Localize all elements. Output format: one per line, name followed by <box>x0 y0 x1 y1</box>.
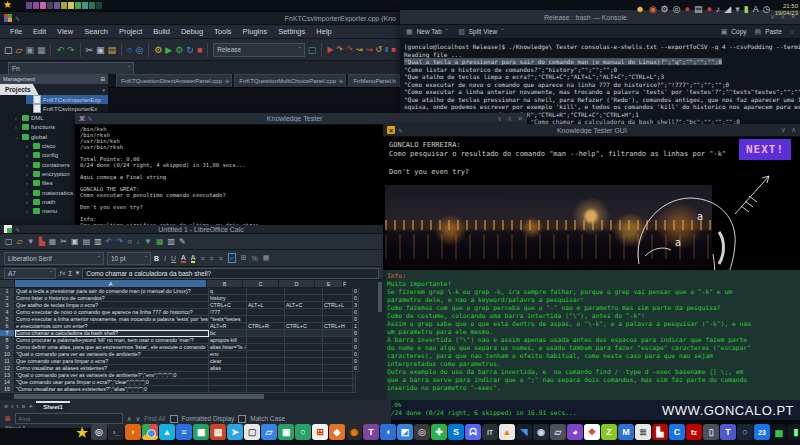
cell-f5[interactable]: 0 <box>353 316 359 323</box>
row-header-13[interactable]: 13 <box>0 372 15 379</box>
align-center-button[interactable]: ≡ <box>210 255 214 262</box>
menu-help[interactable]: Help <box>316 27 331 36</box>
redo-icon[interactable]: ↷ <box>67 45 75 55</box>
clone-formatting-icon[interactable]: ▥ <box>94 237 102 246</box>
font-color-button[interactable]: A <box>181 254 186 263</box>
close-tab-icon[interactable]: ⊗ <box>225 78 229 84</box>
cell-c6[interactable]: CTRL+R <box>247 323 285 330</box>
row-header-3[interactable]: 3 <box>0 302 15 309</box>
collapse-icon[interactable]: ⊟ <box>100 76 105 82</box>
record-tray-icon[interactable]: ● <box>706 5 711 14</box>
pin-icon[interactable]: ✎ <box>398 127 403 134</box>
cell-d14[interactable] <box>285 379 323 386</box>
column-header-e[interactable]: E <box>315 280 343 288</box>
menu-project[interactable]: Project <box>119 27 142 36</box>
cell-c13[interactable] <box>247 372 285 379</box>
calendar-icon[interactable]: 23 <box>754 424 770 440</box>
cell-c15[interactable] <box>247 386 285 393</box>
formatted-display-checkbox[interactable] <box>170 415 178 423</box>
cell-d10[interactable] <box>285 351 323 358</box>
restart-icon[interactable]: ↺ <box>375 45 382 54</box>
zorin-icon[interactable]: Z <box>601 424 617 440</box>
disc-burner-icon[interactable]: ◎ <box>414 424 430 440</box>
cell-b5[interactable]: ^tests^testes <box>209 316 247 323</box>
cell-c3[interactable]: ALT+L <box>247 302 285 309</box>
cell-a9[interactable]: Como definir uma alias, para que ao escr… <box>15 344 209 351</box>
cell-d12[interactable] <box>285 365 323 372</box>
search-icon[interactable]: ○ <box>790 28 794 35</box>
freeze-rows-icon[interactable]: ▥ <box>167 237 175 246</box>
paste-icon[interactable]: ▤ <box>108 45 117 55</box>
cell-d5[interactable] <box>285 316 323 323</box>
close-find-icon[interactable]: ⊗ <box>4 414 11 423</box>
column-header-b[interactable]: B <box>207 280 243 288</box>
align-right-button[interactable]: ≡ <box>219 255 223 262</box>
adobe-reader-icon[interactable]: ▙ <box>652 424 668 440</box>
merge-cells-button[interactable]: ⊞ <box>241 254 247 262</box>
cell-b3[interactable]: CTRL+C <box>209 302 247 309</box>
cell-d4[interactable] <box>285 309 323 316</box>
cube-3d-icon[interactable]: ◩ <box>397 424 413 440</box>
build-and-run-icon[interactable]: ⚙ <box>175 45 183 55</box>
microsoft-icon[interactable]: ⊞ <box>312 424 328 440</box>
firefox-icon[interactable]: ◗ <box>125 424 141 440</box>
tree-item-fnktcsvimporterexp[interactable]: FnKTCsvImporterExp <box>26 95 108 104</box>
menu-build[interactable]: Build <box>153 27 170 36</box>
cell-b6[interactable]: ALT+R <box>209 323 247 330</box>
row-header-6[interactable]: 6 <box>0 323 15 330</box>
build-config-combo[interactable]: Releaseˇ <box>213 43 304 57</box>
cell-a7[interactable]: Como chamar a calculadora da bash shell? <box>15 330 209 337</box>
cell-d8[interactable] <box>285 337 323 344</box>
globe-icon[interactable]: ○ <box>737 424 753 440</box>
rebuild-icon[interactable]: ↻ <box>186 45 194 55</box>
debug-run-icon[interactable]: ▶ <box>327 45 333 54</box>
cell-e13[interactable] <box>323 372 353 379</box>
expand-arrow-icon[interactable]: › <box>26 180 31 186</box>
steam-icon[interactable]: ◉ <box>533 424 549 440</box>
find-next-icon[interactable]: ∨ <box>135 415 140 423</box>
cell-a14[interactable]: "Que comando usar para limpar o ecra?";"… <box>15 379 209 386</box>
bold-button[interactable]: B <box>154 255 159 262</box>
cell-a12[interactable]: Como visualizar as aliases existentes? <box>15 365 209 372</box>
cell-b7[interactable]: bc <box>209 330 247 337</box>
terminal-app-icon[interactable]: ›_ <box>108 424 124 440</box>
cell-a8[interactable]: Como procurar a palavra/keyword 'kill' n… <box>15 337 209 344</box>
notes-icon[interactable]: ≡ <box>176 424 192 440</box>
cell-e6[interactable]: CTRL+H <box>323 323 353 330</box>
cell-a5[interactable]: Como executar a linha anterior novamente… <box>15 316 209 323</box>
presentation-icon[interactable]: ▨ <box>210 424 226 440</box>
settings-tray-icon[interactable]: ⚙ <box>661 5 669 14</box>
documents-icon[interactable]: ≣ <box>635 424 651 440</box>
format-number-button[interactable]: % <box>252 255 258 262</box>
equals-icon[interactable]: ▾ <box>76 269 80 277</box>
find-icon[interactable]: ○ <box>127 45 132 55</box>
expand-arrow-icon[interactable]: › <box>26 190 31 196</box>
cell-b10[interactable]: env <box>209 351 247 358</box>
pause-debug-icon[interactable]: ‖ <box>385 45 388 54</box>
tab-sheet1[interactable]: Sheet1 <box>36 401 70 411</box>
align-left-button[interactable]: ≡ <box>200 255 204 262</box>
skype-icon[interactable]: S <box>448 424 464 440</box>
tree-item-fnktcsvimporterex[interactable]: FnKTCsvImporterEx <box>26 104 108 113</box>
security-tray-icon[interactable]: ● <box>684 5 689 14</box>
obs-icon[interactable]: ◎ <box>91 424 107 440</box>
step-out-icon[interactable]: ↷ <box>346 45 353 54</box>
expand-arrow-icon[interactable]: › <box>26 208 31 214</box>
network-tray-icon[interactable]: ◢ <box>724 5 731 14</box>
cell-b14[interactable] <box>209 379 247 386</box>
function-wizard-icon[interactable]: ƒx <box>59 270 65 276</box>
row-header-4[interactable]: 4 <box>0 309 15 316</box>
emote-icon[interactable]: ◕ <box>567 424 583 440</box>
save-all-icon[interactable]: ▦ <box>37 45 46 55</box>
split-view-button[interactable]: Split View <box>469 28 497 35</box>
cut-icon[interactable]: ✂ <box>85 45 93 55</box>
vlc-icon[interactable]: ▲ <box>499 424 515 440</box>
cell-e1[interactable] <box>323 288 353 295</box>
mail-icon[interactable]: M <box>618 424 634 440</box>
cell-a1[interactable]: Qual a tecla a pressionar para sair do c… <box>15 288 209 295</box>
menu-search[interactable]: Search <box>84 27 108 36</box>
stop-debug-icon[interactable]: ■ <box>391 45 396 54</box>
iterm-icon[interactable]: iT <box>482 424 498 440</box>
cell-f12[interactable]: 0 <box>353 365 359 372</box>
minimize-icon[interactable]: ∨ <box>497 115 502 123</box>
